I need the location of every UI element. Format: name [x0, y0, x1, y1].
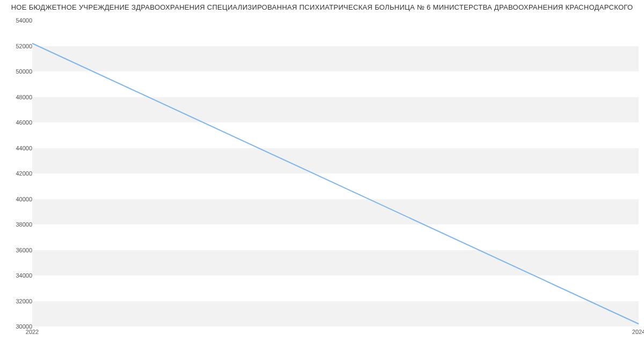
- x-tick-label: 2024: [632, 329, 644, 335]
- line-series: [32, 20, 639, 326]
- y-tick-label: 36000: [5, 247, 32, 253]
- y-tick-label: 38000: [5, 221, 32, 228]
- y-tick-label: 46000: [5, 119, 32, 126]
- y-tick-label: 32000: [5, 298, 32, 304]
- y-tick-label: 34000: [5, 272, 32, 279]
- y-tick-label: 44000: [5, 145, 32, 151]
- line-path: [32, 43, 639, 324]
- plot-area: [32, 20, 639, 326]
- y-tick-label: 40000: [5, 196, 32, 202]
- chart-title: НОЕ БЮДЖЕТНОЕ УЧРЕЖДЕНИЕ ЗДРАВООХРАНЕНИЯ…: [0, 3, 644, 11]
- y-tick-label: 52000: [5, 43, 32, 49]
- x-tick-label: 2022: [26, 329, 39, 335]
- y-tick-label: 42000: [5, 170, 32, 177]
- y-tick-label: 54000: [5, 17, 32, 24]
- y-tick-label: 50000: [5, 68, 32, 75]
- y-tick-label: 48000: [5, 94, 32, 100]
